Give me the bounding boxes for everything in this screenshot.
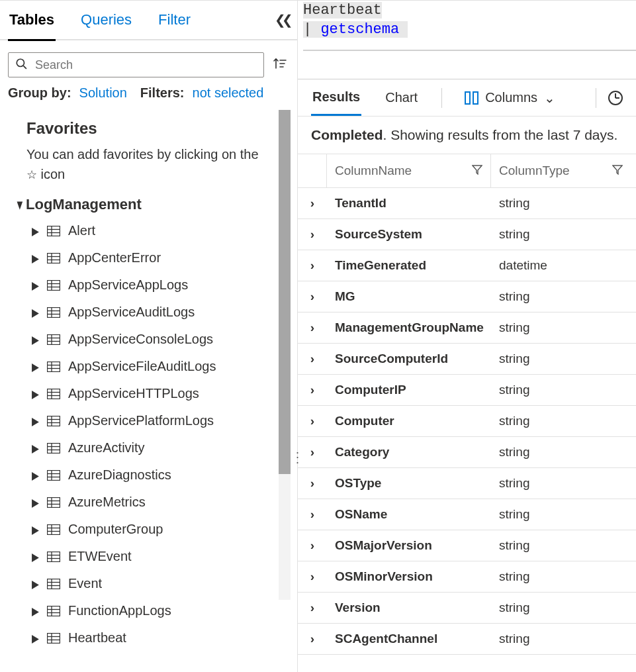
table-item-label: Alert [68, 223, 95, 238]
expand-row-icon[interactable]: › [298, 593, 327, 623]
cell-columntype: string [491, 188, 636, 218]
caret-right-icon: ▶ [32, 604, 39, 617]
expand-row-icon[interactable]: › [298, 344, 327, 374]
col-header-columnname[interactable]: ColumnName [335, 164, 412, 178]
table-row[interactable]: ›TenantIdstring [298, 188, 636, 219]
columns-button[interactable]: Columns ⌄ [465, 90, 555, 106]
query-editor[interactable]: Heartbeat | getschema [298, 1, 636, 79]
table-icon [47, 470, 60, 481]
search-input[interactable] [34, 58, 257, 73]
right-panel: Heartbeat | getschema ··· Results Chart … [298, 1, 636, 672]
table-item[interactable]: ▶FunctionAppLogs [20, 597, 271, 624]
table-icon [47, 443, 60, 454]
table-row[interactable]: ›SCAgentChannelstring [298, 624, 636, 655]
expand-row-icon[interactable]: › [298, 499, 327, 530]
collapse-panel-icon[interactable]: ❮❮ [275, 12, 289, 28]
table-item[interactable]: ▶Alert [20, 217, 271, 244]
table-item[interactable]: ▶AppServiceFileAuditLogs [20, 353, 271, 380]
sort-icon[interactable] [271, 56, 289, 73]
svg-rect-2 [48, 226, 60, 236]
table-row[interactable]: ›TimeGenerateddatetime [298, 250, 636, 281]
table-row[interactable]: ›Computerstring [298, 406, 636, 437]
table-item[interactable]: ▶AzureActivity [20, 434, 271, 461]
table-icon [47, 361, 60, 372]
clock-icon[interactable] [608, 91, 623, 105]
expand-row-icon[interactable]: › [298, 250, 327, 281]
expand-row-icon[interactable]: › [298, 219, 327, 250]
columns-label: Columns [485, 90, 537, 105]
table-row[interactable]: ›ManagementGroupNamestring [298, 312, 636, 344]
caret-right-icon: ▶ [32, 577, 39, 590]
table-item[interactable]: ▶AppServicePlatformLogs [20, 407, 271, 434]
tab-results[interactable]: Results [311, 80, 361, 116]
table-icon [47, 606, 60, 616]
left-tabs: Tables Queries Filter ❮❮ [0, 1, 297, 40]
table-icon [47, 524, 60, 535]
table-row[interactable]: ›Categorystring [298, 437, 636, 468]
cell-columnname: MG [327, 281, 491, 312]
table-item[interactable]: ▶AppServiceAuditLogs [20, 299, 271, 326]
cell-columntype: string [491, 468, 636, 499]
editor-token-table: Heartbeat [303, 2, 382, 19]
expand-row-icon[interactable]: › [298, 406, 327, 436]
table-row[interactable]: ›Versionstring [298, 593, 636, 624]
expand-row-icon[interactable]: › [298, 530, 327, 561]
svg-rect-58 [48, 606, 60, 616]
cell-columnname: TimeGenerated [327, 250, 491, 281]
table-row[interactable]: ›OSTypestring [298, 468, 636, 499]
expand-row-icon[interactable]: › [298, 468, 327, 499]
table-item[interactable]: ▶Heartbeat [20, 624, 271, 651]
filter-icon[interactable] [612, 164, 623, 178]
table-item[interactable]: ▶AppServiceConsoleLogs [20, 326, 271, 353]
table-item[interactable]: ▶AppServiceAppLogs [20, 271, 271, 299]
table-row[interactable]: ›ComputerIPstring [298, 375, 636, 406]
table-item-label: ETWEvent [68, 549, 132, 564]
table-row[interactable]: ›MGstring [298, 281, 636, 312]
expand-row-icon[interactable]: › [298, 281, 327, 312]
tab-chart[interactable]: Chart [384, 81, 419, 115]
groupby-value[interactable]: Solution [79, 85, 127, 101]
table-item[interactable]: ▶AppServiceHTTPLogs [20, 380, 271, 407]
table-item[interactable]: ▶AppCenterError [20, 244, 271, 271]
table-item-label: FunctionAppLogs [68, 603, 171, 618]
table-row[interactable]: ›SourceSystemstring [298, 219, 636, 250]
cell-columntype: string [491, 499, 636, 530]
expand-row-icon[interactable]: › [298, 188, 327, 218]
expand-row-icon[interactable]: › [298, 561, 327, 592]
search-input-wrap[interactable] [8, 52, 264, 77]
group-logmanagement[interactable]: ▾ LogManagement [16, 196, 271, 213]
table-icon [47, 633, 60, 644]
splitter-handle-icon[interactable]: ··· [296, 450, 299, 465]
table-item[interactable]: ▶ComputerGroup [20, 516, 271, 543]
tables-scroll[interactable]: Favorites You can add favorites by click… [0, 110, 297, 672]
table-item[interactable]: ▶AzureDiagnostics [20, 461, 271, 489]
table-row[interactable]: ›SourceComputerIdstring [298, 344, 636, 375]
expand-row-icon[interactable]: › [298, 312, 327, 343]
result-tabs: Results Chart Columns ⌄ [298, 79, 636, 117]
table-row[interactable]: ›OSMinorVersionstring [298, 561, 636, 593]
col-header-columntype[interactable]: ColumnType [499, 164, 570, 178]
divider [596, 88, 596, 108]
table-item-label: AppServiceHTTPLogs [68, 386, 199, 401]
editor-token-keyword: getschema [320, 21, 408, 38]
expand-row-icon[interactable]: › [298, 437, 327, 467]
table-row[interactable]: ›OSMajorVersionstring [298, 530, 636, 561]
tab-filter[interactable]: Filter [157, 1, 192, 39]
expand-row-icon[interactable]: › [298, 624, 327, 654]
caret-right-icon: ▶ [32, 632, 39, 644]
table-item[interactable]: ▶AzureMetrics [20, 489, 271, 516]
filters-value[interactable]: not selected [193, 85, 264, 101]
tab-queries[interactable]: Queries [79, 1, 133, 39]
tab-tables[interactable]: Tables [8, 1, 56, 41]
table-item[interactable]: ▶Event [20, 570, 271, 597]
expand-row-icon[interactable]: › [298, 375, 327, 405]
svg-rect-18 [48, 334, 60, 344]
table-icon [47, 280, 60, 291]
svg-rect-10 [48, 280, 60, 290]
filter-icon[interactable] [472, 164, 482, 178]
table-item[interactable]: ▶ETWEvent [20, 543, 271, 570]
cell-columntype: string [491, 344, 636, 374]
caret-right-icon: ▶ [32, 252, 39, 264]
caret-right-icon: ▶ [32, 469, 39, 481]
table-row[interactable]: ›OSNamestring [298, 499, 636, 530]
